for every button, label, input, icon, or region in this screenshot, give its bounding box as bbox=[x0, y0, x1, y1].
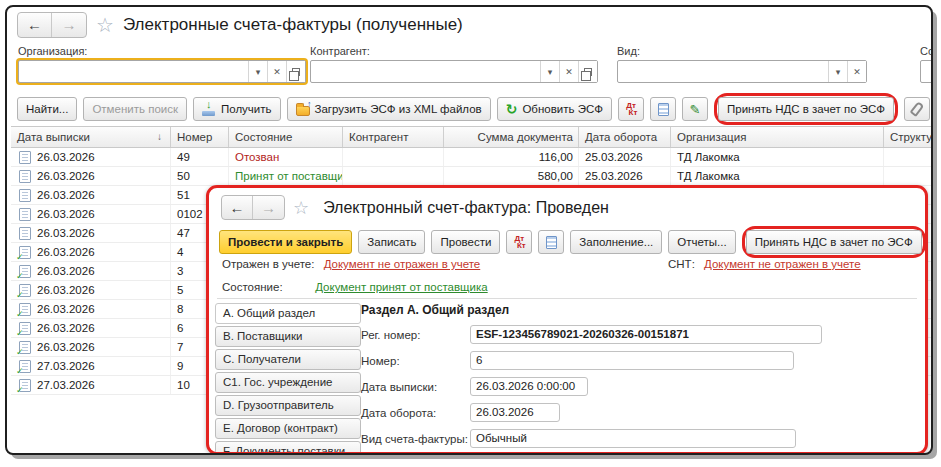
field-label: Вид счета-фактуры: bbox=[361, 433, 470, 445]
forward-button[interactable]: → bbox=[52, 13, 86, 37]
dialog-toolbar: Провести и закрыть Записать Провести ДтК… bbox=[219, 226, 923, 258]
cell-counterparty bbox=[343, 167, 444, 185]
accept-vat-button[interactable]: Принять НДС в зачет по ЭСФ bbox=[746, 230, 922, 254]
cell-number: 49 bbox=[171, 148, 229, 166]
find-button[interactable]: Найти... bbox=[17, 97, 77, 121]
state-filter-label: Со bbox=[920, 45, 933, 57]
dropdown-icon[interactable]: ▾ bbox=[540, 61, 559, 82]
column-header[interactable]: Организация bbox=[671, 127, 884, 147]
cell-issue-date: 26.03.2026 bbox=[11, 243, 171, 261]
column-header[interactable]: Структурное п bbox=[884, 127, 931, 147]
field-input[interactable]: 26.03.2026 0:00:00 bbox=[470, 377, 588, 396]
dt-kt-button[interactable]: ДтКт bbox=[618, 97, 644, 121]
refresh-icon: ↻ bbox=[506, 102, 518, 116]
dialog-title: Электронный счет-фактура: Проведен bbox=[323, 199, 609, 217]
favorite-star-icon[interactable]: ☆ bbox=[96, 15, 114, 35]
clear-icon[interactable]: ✕ bbox=[267, 61, 286, 82]
document-icon bbox=[19, 303, 31, 316]
pen-icon: ✎ bbox=[690, 103, 701, 116]
column-header[interactable]: Контрагент bbox=[343, 127, 444, 147]
invoice-list-window: ← → ☆ Электронные счета-фактуры (получен… bbox=[5, 5, 933, 455]
tab-section[interactable]: В. Поставщики bbox=[215, 326, 361, 347]
cell-structural-unit bbox=[884, 167, 931, 185]
cell-issue-date: 26.03.2026 bbox=[11, 300, 171, 318]
open-picker-icon[interactable] bbox=[286, 61, 305, 82]
post-and-close-button[interactable]: Провести и закрыть bbox=[219, 230, 352, 254]
counterparty-filter-input[interactable] bbox=[311, 61, 540, 82]
receive-button[interactable]: Получить bbox=[193, 97, 281, 121]
dt-kt-button[interactable]: ДтКт bbox=[506, 230, 532, 254]
back-button[interactable]: ← bbox=[222, 196, 253, 219]
accept-vat-button[interactable]: Принять НДС в зачет по ЭСФ bbox=[718, 97, 894, 121]
tab-section[interactable]: С1. Гос. учреждение bbox=[215, 372, 361, 393]
column-header[interactable]: Дата оборота bbox=[579, 127, 671, 147]
field-row: Рег. номер:ESF-123456789021-20260326-001… bbox=[361, 325, 919, 344]
cell-issue-date: 26.03.2026 bbox=[11, 186, 171, 204]
post-button[interactable]: Провести bbox=[431, 230, 500, 254]
register-list-button[interactable] bbox=[538, 230, 564, 254]
field-input[interactable]: 26.03.2026 bbox=[470, 403, 560, 422]
cell-number: 50 bbox=[171, 167, 229, 185]
column-header[interactable]: Сумма документа bbox=[444, 127, 579, 147]
cell-issue-date: 26.03.2026 bbox=[11, 205, 171, 223]
open-picker-icon[interactable] bbox=[578, 61, 597, 82]
divider bbox=[217, 298, 917, 299]
tab-section[interactable]: D. Грузоотправитель bbox=[215, 395, 361, 416]
fill-button[interactable]: Заполнение... bbox=[570, 230, 662, 254]
field-input[interactable]: ESF-123456789021-20260326-00151871 bbox=[470, 325, 822, 344]
dt-kt-icon: ДтКт bbox=[513, 235, 526, 249]
snt-link[interactable]: Документ не отражен в учете bbox=[704, 258, 861, 270]
org-filter-label: Организация: bbox=[18, 45, 87, 57]
document-icon bbox=[19, 379, 31, 392]
tab-section[interactable]: Е. Договор (контракт) bbox=[215, 418, 361, 439]
column-header[interactable]: Номер bbox=[171, 127, 229, 147]
cell-turnover-date: 25.03.2026 bbox=[579, 148, 671, 166]
cell-state: Отозван bbox=[229, 148, 343, 166]
field-label: Дата выписки: bbox=[361, 381, 470, 393]
cell-sum: 580,00 bbox=[444, 167, 579, 185]
forward-button[interactable]: → bbox=[253, 196, 284, 219]
reflected-link[interactable]: Документ не отражен в учете bbox=[324, 258, 481, 270]
tab-section[interactable]: С. Получатели bbox=[215, 349, 361, 370]
state-filter-combo[interactable] bbox=[920, 60, 933, 83]
cell-issue-date: 26.03.2026 bbox=[11, 148, 171, 166]
org-filter-input[interactable] bbox=[19, 61, 248, 82]
back-button[interactable]: ← bbox=[18, 13, 52, 37]
column-header[interactable]: Дата выписки↓ bbox=[11, 127, 171, 147]
clear-icon[interactable]: ✕ bbox=[559, 61, 578, 82]
post-schedule-button[interactable]: ✎ bbox=[682, 97, 708, 121]
state-link[interactable]: Документ принят от поставщика bbox=[315, 281, 487, 293]
attachments-button[interactable] bbox=[904, 97, 930, 121]
receive-icon bbox=[202, 102, 216, 116]
sort-desc-icon: ↓ bbox=[157, 131, 162, 147]
clear-icon[interactable]: ✕ bbox=[847, 61, 866, 82]
field-row: Дата выписки:26.03.2026 0:00:00 bbox=[361, 377, 919, 396]
field-label: Номер: bbox=[361, 355, 470, 367]
field-input[interactable]: 6 bbox=[470, 351, 794, 370]
column-header[interactable]: Состояние bbox=[229, 127, 343, 147]
nav-buttons: ← → bbox=[17, 12, 87, 38]
write-button[interactable]: Записать bbox=[358, 230, 425, 254]
table-row[interactable]: 26.03.2026 49 Отозван 116,00 25.03.2026 … bbox=[11, 148, 931, 167]
org-filter-combo: ▾ ✕ bbox=[18, 60, 306, 83]
tab-section[interactable]: А. Общий раздел bbox=[215, 303, 361, 324]
cell-issue-date: 26.03.2026 bbox=[11, 224, 171, 242]
field-row: Вид счета-фактуры:Обычный bbox=[361, 429, 919, 448]
tab-section[interactable]: F. Документы поставки bbox=[215, 441, 361, 455]
cell-issue-date: 26.03.2026 bbox=[11, 167, 171, 185]
snt-label: СНТ: bbox=[668, 258, 695, 270]
register-list-button[interactable] bbox=[650, 97, 676, 121]
load-xml-button[interactable]: Загрузить ЭСФ из XML файлов bbox=[287, 97, 491, 121]
document-icon bbox=[19, 341, 31, 354]
kind-filter-input[interactable] bbox=[618, 61, 828, 82]
refresh-esf-button[interactable]: ↻Обновить ЭСФ bbox=[497, 97, 612, 121]
dropdown-icon[interactable]: ▾ bbox=[828, 61, 847, 82]
reports-button[interactable]: Отчеты... bbox=[668, 230, 735, 254]
cell-counterparty bbox=[343, 148, 444, 166]
dropdown-icon[interactable]: ▾ bbox=[248, 61, 267, 82]
favorite-star-icon[interactable]: ☆ bbox=[293, 198, 309, 218]
table-row[interactable]: 26.03.2026 50 Принят от поставщика 580,0… bbox=[11, 167, 931, 186]
folder-import-icon bbox=[296, 106, 310, 116]
field-input[interactable]: Обычный bbox=[470, 429, 796, 448]
cell-issue-date: 27.03.2026 bbox=[11, 357, 171, 375]
